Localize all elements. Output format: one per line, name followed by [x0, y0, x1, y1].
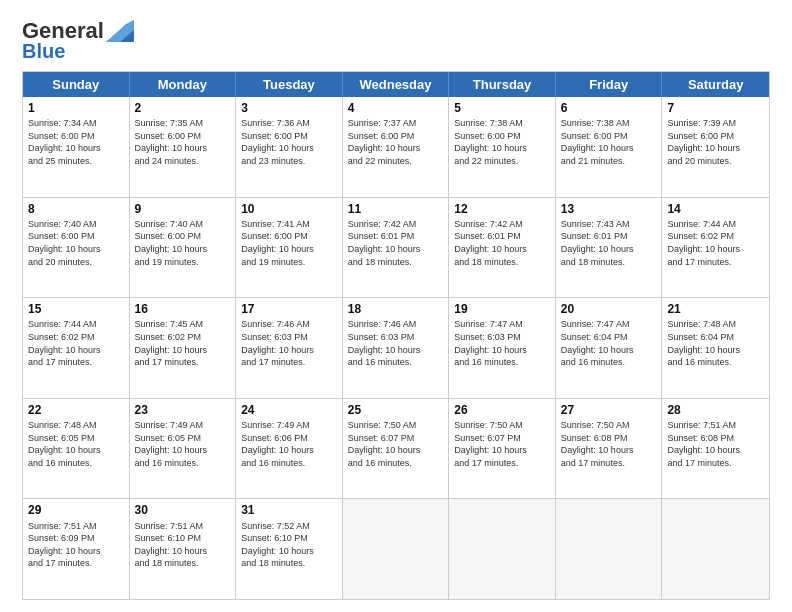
cell-info-text: and 24 minutes. [135, 155, 231, 168]
cell-info-text: Sunset: 6:00 PM [348, 130, 444, 143]
day-number: 30 [135, 502, 231, 518]
day-number: 27 [561, 402, 657, 418]
cell-info-text: Sunset: 6:02 PM [28, 331, 124, 344]
cell-info-text: and 16 minutes. [348, 457, 444, 470]
day-number: 1 [28, 100, 124, 116]
cell-info-text: Sunrise: 7:37 AM [348, 117, 444, 130]
header: General Blue [22, 18, 770, 63]
cell-info-text: Sunset: 6:02 PM [135, 331, 231, 344]
cell-info-text: Daylight: 10 hours [561, 444, 657, 457]
calendar-day-6: 6Sunrise: 7:38 AMSunset: 6:00 PMDaylight… [556, 97, 663, 197]
cell-info-text: and 20 minutes. [667, 155, 764, 168]
cell-info-text: Sunrise: 7:46 AM [348, 318, 444, 331]
header-day-tuesday: Tuesday [236, 72, 343, 97]
calendar-empty-cell [662, 499, 769, 599]
day-number: 25 [348, 402, 444, 418]
calendar-day-28: 28Sunrise: 7:51 AMSunset: 6:08 PMDayligh… [662, 399, 769, 499]
cell-info-text: and 18 minutes. [561, 256, 657, 269]
cell-info-text: Sunset: 6:01 PM [561, 230, 657, 243]
cell-info-text: Sunset: 6:00 PM [135, 230, 231, 243]
day-number: 7 [667, 100, 764, 116]
day-number: 17 [241, 301, 337, 317]
cell-info-text: Sunset: 6:10 PM [135, 532, 231, 545]
cell-info-text: and 16 minutes. [454, 356, 550, 369]
cell-info-text: Sunrise: 7:40 AM [135, 218, 231, 231]
calendar-day-27: 27Sunrise: 7:50 AMSunset: 6:08 PMDayligh… [556, 399, 663, 499]
calendar-day-31: 31Sunrise: 7:52 AMSunset: 6:10 PMDayligh… [236, 499, 343, 599]
cell-info-text: and 17 minutes. [241, 356, 337, 369]
cell-info-text: Daylight: 10 hours [135, 243, 231, 256]
calendar-day-22: 22Sunrise: 7:48 AMSunset: 6:05 PMDayligh… [23, 399, 130, 499]
cell-info-text: Sunset: 6:00 PM [454, 130, 550, 143]
cell-info-text: Sunset: 6:05 PM [135, 432, 231, 445]
cell-info-text: Sunset: 6:04 PM [561, 331, 657, 344]
cell-info-text: Sunrise: 7:52 AM [241, 520, 337, 533]
calendar-day-7: 7Sunrise: 7:39 AMSunset: 6:00 PMDaylight… [662, 97, 769, 197]
cell-info-text: Sunrise: 7:44 AM [667, 218, 764, 231]
cell-info-text: Sunset: 6:08 PM [561, 432, 657, 445]
logo-icon [106, 20, 134, 42]
cell-info-text: and 17 minutes. [454, 457, 550, 470]
cell-info-text: Sunrise: 7:51 AM [667, 419, 764, 432]
cell-info-text: Sunrise: 7:51 AM [135, 520, 231, 533]
day-number: 12 [454, 201, 550, 217]
cell-info-text: Daylight: 10 hours [667, 344, 764, 357]
cell-info-text: Daylight: 10 hours [348, 243, 444, 256]
cell-info-text: and 22 minutes. [454, 155, 550, 168]
calendar-week-1: 1Sunrise: 7:34 AMSunset: 6:00 PMDaylight… [23, 97, 769, 198]
cell-info-text: Sunset: 6:03 PM [241, 331, 337, 344]
calendar-day-29: 29Sunrise: 7:51 AMSunset: 6:09 PMDayligh… [23, 499, 130, 599]
cell-info-text: and 17 minutes. [667, 457, 764, 470]
calendar-empty-cell [343, 499, 450, 599]
calendar-day-14: 14Sunrise: 7:44 AMSunset: 6:02 PMDayligh… [662, 198, 769, 298]
calendar-day-8: 8Sunrise: 7:40 AMSunset: 6:00 PMDaylight… [23, 198, 130, 298]
calendar-day-13: 13Sunrise: 7:43 AMSunset: 6:01 PMDayligh… [556, 198, 663, 298]
cell-info-text: Daylight: 10 hours [241, 243, 337, 256]
calendar-day-18: 18Sunrise: 7:46 AMSunset: 6:03 PMDayligh… [343, 298, 450, 398]
cell-info-text: and 17 minutes. [28, 557, 124, 570]
cell-info-text: Sunset: 6:01 PM [348, 230, 444, 243]
calendar-day-3: 3Sunrise: 7:36 AMSunset: 6:00 PMDaylight… [236, 97, 343, 197]
day-number: 26 [454, 402, 550, 418]
calendar-body: 1Sunrise: 7:34 AMSunset: 6:00 PMDaylight… [23, 97, 769, 599]
cell-info-text: Daylight: 10 hours [135, 142, 231, 155]
header-day-monday: Monday [130, 72, 237, 97]
cell-info-text: and 25 minutes. [28, 155, 124, 168]
logo-blue-text: Blue [22, 40, 65, 63]
header-day-sunday: Sunday [23, 72, 130, 97]
cell-info-text: and 16 minutes. [667, 356, 764, 369]
cell-info-text: Sunset: 6:03 PM [454, 331, 550, 344]
cell-info-text: and 23 minutes. [241, 155, 337, 168]
day-number: 24 [241, 402, 337, 418]
cell-info-text: Daylight: 10 hours [348, 444, 444, 457]
cell-info-text: and 17 minutes. [135, 356, 231, 369]
header-day-saturday: Saturday [662, 72, 769, 97]
day-number: 29 [28, 502, 124, 518]
cell-info-text: Sunrise: 7:50 AM [454, 419, 550, 432]
calendar-empty-cell [449, 499, 556, 599]
day-number: 16 [135, 301, 231, 317]
day-number: 19 [454, 301, 550, 317]
cell-info-text: and 16 minutes. [561, 356, 657, 369]
cell-info-text: Sunset: 6:06 PM [241, 432, 337, 445]
cell-info-text: Sunset: 6:04 PM [667, 331, 764, 344]
cell-info-text: Daylight: 10 hours [561, 142, 657, 155]
header-day-thursday: Thursday [449, 72, 556, 97]
day-number: 23 [135, 402, 231, 418]
cell-info-text: Sunrise: 7:36 AM [241, 117, 337, 130]
cell-info-text: Daylight: 10 hours [454, 142, 550, 155]
cell-info-text: Daylight: 10 hours [454, 344, 550, 357]
logo: General Blue [22, 18, 134, 63]
cell-info-text: Sunset: 6:00 PM [667, 130, 764, 143]
day-number: 2 [135, 100, 231, 116]
day-number: 8 [28, 201, 124, 217]
cell-info-text: Sunset: 6:02 PM [667, 230, 764, 243]
cell-info-text: Sunset: 6:01 PM [454, 230, 550, 243]
day-number: 6 [561, 100, 657, 116]
cell-info-text: and 21 minutes. [561, 155, 657, 168]
cell-info-text: Daylight: 10 hours [241, 545, 337, 558]
cell-info-text: Sunset: 6:00 PM [561, 130, 657, 143]
cell-info-text: Sunrise: 7:43 AM [561, 218, 657, 231]
calendar-day-23: 23Sunrise: 7:49 AMSunset: 6:05 PMDayligh… [130, 399, 237, 499]
cell-info-text: Sunrise: 7:38 AM [561, 117, 657, 130]
